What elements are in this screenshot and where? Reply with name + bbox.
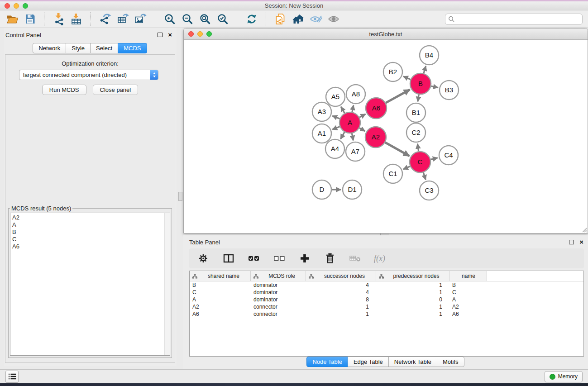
tab-select[interactable]: Select	[90, 43, 118, 53]
tab-mcds[interactable]: MCDS	[118, 43, 147, 53]
optimization-criterion-select[interactable]: largest connected component (directed)	[19, 70, 158, 80]
float-panel-icon[interactable]	[569, 240, 574, 244]
table-cell[interactable]: dominator	[251, 289, 306, 295]
graph-node-B1[interactable]: B1	[406, 103, 425, 122]
select-all-columns-button[interactable]	[247, 251, 261, 266]
create-column-button[interactable]	[298, 251, 311, 266]
home-button[interactable]	[292, 12, 305, 26]
run-mcds-button[interactable]: Run MCDS	[42, 85, 86, 95]
table-cell[interactable]: A2	[190, 304, 251, 310]
graph-node-C2[interactable]: C2	[406, 123, 425, 142]
clone-network-button[interactable]	[274, 12, 287, 26]
table-cell[interactable]: A	[449, 296, 487, 303]
show-columns-button[interactable]	[222, 251, 235, 266]
column-header[interactable]: successor nodes	[306, 271, 376, 281]
zoom-out-button[interactable]	[181, 12, 194, 26]
graph-node-D1[interactable]: D1	[343, 180, 362, 199]
apply-layout-button[interactable]	[245, 12, 258, 26]
mcds-result-item[interactable]: A	[12, 221, 170, 229]
table-cell[interactable]: 4	[306, 289, 376, 295]
graph-node-B4[interactable]: B4	[420, 46, 439, 65]
hide-graphics-button[interactable]	[309, 12, 323, 26]
mcds-result-item[interactable]: A6	[12, 243, 170, 250]
open-session-button[interactable]	[5, 12, 19, 26]
table-row[interactable]: Bdominator41B	[190, 281, 583, 289]
table-cell[interactable]: C	[449, 289, 487, 295]
graph-node-A7[interactable]: A7	[346, 142, 365, 161]
graph-node-C[interactable]: C	[410, 152, 430, 172]
network-canvas[interactable]: B4B2BB3A5A8A6B1A3AA1C2A2A4A7C4CC1C3DD1	[184, 40, 588, 233]
table-cell[interactable]: dominator	[251, 296, 306, 303]
zoom-fit-button[interactable]	[198, 12, 212, 26]
vertical-splitter-handle[interactable]	[178, 192, 182, 201]
tab-edge-table[interactable]: Edge Table	[348, 357, 389, 367]
zoom-selected-button[interactable]	[216, 12, 229, 26]
table-cell[interactable]: B	[190, 282, 251, 288]
mcds-result-item[interactable]: B	[12, 229, 170, 236]
table-cell[interactable]: 4	[306, 282, 376, 288]
graph-node-B3[interactable]: B3	[440, 81, 459, 100]
graph-node-A1[interactable]: A1	[312, 124, 331, 143]
table-cell[interactable]: dominator	[251, 282, 306, 288]
table-cell[interactable]: connector	[251, 311, 306, 317]
graph-node-A2[interactable]: A2	[365, 127, 386, 148]
table-cell[interactable]: 0	[376, 296, 449, 303]
table-row[interactable]: A2connector11A2	[190, 303, 583, 310]
table-row[interactable]: Adominator80A	[190, 296, 583, 303]
table-cell[interactable]: B	[449, 282, 487, 288]
table-cell[interactable]: A6	[449, 311, 487, 317]
table-cell[interactable]: C	[190, 289, 251, 295]
delete-table-button[interactable]	[349, 251, 362, 266]
zoom-in-button[interactable]	[163, 12, 177, 26]
graph-node-A5[interactable]: A5	[326, 87, 345, 106]
table-cell[interactable]: 1	[306, 311, 376, 317]
table-cell[interactable]: 1	[306, 304, 376, 310]
column-header[interactable]: MCDS role	[251, 271, 306, 281]
task-history-button[interactable]	[5, 371, 19, 383]
tab-network[interactable]: Network	[33, 43, 66, 53]
deselect-all-columns-button[interactable]	[272, 251, 286, 266]
memory-button[interactable]: Memory	[545, 371, 583, 382]
table-cell[interactable]: 1	[376, 282, 449, 288]
column-header[interactable]: name	[449, 271, 487, 281]
tab-motifs[interactable]: Motifs	[437, 357, 464, 367]
graph-node-B2[interactable]: B2	[383, 62, 402, 81]
export-image-button[interactable]	[134, 12, 148, 26]
graph-node-A3[interactable]: A3	[312, 102, 331, 121]
column-header[interactable]: shared name	[190, 271, 251, 281]
table-cell[interactable]: connector	[251, 304, 306, 310]
mcds-result-item[interactable]: A2	[12, 214, 170, 221]
tab-node-table[interactable]: Node Table	[306, 357, 348, 367]
float-panel-icon[interactable]	[158, 33, 163, 37]
table-settings-button[interactable]	[196, 251, 210, 266]
tab-style[interactable]: Style	[66, 43, 91, 53]
table-cell[interactable]: 1	[376, 289, 449, 295]
export-network-button[interactable]	[99, 12, 112, 26]
table-cell[interactable]: 1	[376, 304, 449, 310]
table-cell[interactable]: A2	[449, 304, 487, 310]
table-cell[interactable]: 8	[306, 296, 376, 303]
save-session-button[interactable]	[23, 12, 37, 26]
table-row[interactable]: Cdominator41C	[190, 289, 583, 296]
graph-node-A6[interactable]: A6	[366, 98, 387, 119]
table-cell[interactable]: A	[190, 296, 251, 303]
resize-grip-icon[interactable]	[581, 226, 587, 233]
graph-node-D[interactable]: D	[312, 180, 331, 199]
graph-node-C1[interactable]: C1	[383, 164, 402, 183]
tab-network-table[interactable]: Network Table	[388, 357, 437, 367]
mcds-result-item[interactable]: C	[12, 236, 170, 243]
export-table-button[interactable]	[116, 12, 130, 26]
scrollbar-track[interactable]	[164, 213, 170, 355]
graph-node-C3[interactable]: C3	[420, 181, 439, 200]
graph-node-C4[interactable]: C4	[439, 146, 458, 165]
graph-node-A[interactable]: A	[339, 112, 360, 133]
table-row[interactable]: A6connector11A6	[190, 310, 583, 318]
column-header[interactable]: predecessor nodes	[376, 271, 449, 281]
close-panel-icon[interactable]: ×	[168, 33, 172, 37]
table-cell[interactable]: A6	[190, 311, 251, 317]
search-input[interactable]	[454, 14, 582, 25]
graph-node-A8[interactable]: A8	[346, 85, 365, 104]
mcds-result-list[interactable]: A2ABCA6	[10, 213, 170, 356]
delete-column-button[interactable]	[323, 251, 337, 266]
function-builder-button[interactable]: f(x)	[374, 254, 385, 263]
